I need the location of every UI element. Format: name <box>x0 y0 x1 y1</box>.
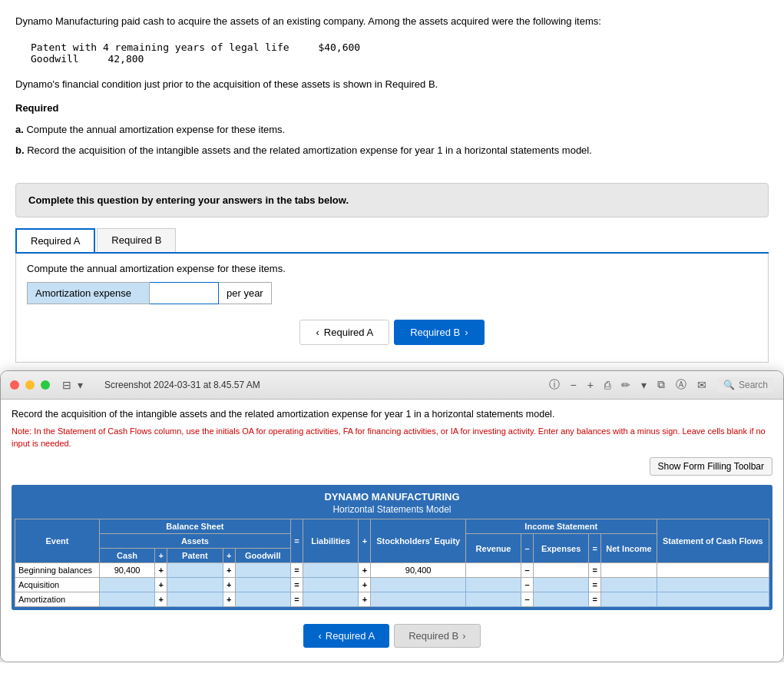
expenses-header: Expenses <box>533 534 588 563</box>
row-1-expenses-input[interactable] <box>538 580 584 589</box>
row-2-eq: = <box>290 592 303 607</box>
row-1-goodwill-input[interactable] <box>240 580 286 589</box>
row-2-liabilities[interactable] <box>303 592 359 607</box>
row-1-patent-input[interactable] <box>172 580 218 589</box>
tab-nav-buttons: ‹ Required A Required B › <box>27 320 757 345</box>
row-1-stockholders-equity[interactable] <box>371 578 465 592</box>
mac-minimize-button[interactable] <box>25 380 35 390</box>
row-1-liabilities-input[interactable] <box>308 580 354 589</box>
row-2-stockholders-equity[interactable] <box>371 592 465 607</box>
tab-a-content: Compute the annual amortization expense … <box>15 254 769 363</box>
required-heading: Required <box>15 101 769 116</box>
table-row: Acquisition + + = + – = <box>15 578 769 592</box>
row-2-patent[interactable] <box>167 592 223 607</box>
next-required-b-button[interactable]: Required B › <box>394 320 484 345</box>
row-2-net-income[interactable] <box>601 592 657 607</box>
row-0-patent[interactable] <box>167 563 223 578</box>
mac-titlebar: ⊟ ▾ Screenshot 2024-03-31 at 8.45.57 AM … <box>1 371 783 400</box>
item-1-value: $40,600 <box>318 41 360 53</box>
per-year-label: per year <box>219 282 272 304</box>
top-section: Dynamo Manufacturing paid cash to acquir… <box>0 0 784 172</box>
row-0-plus3: + <box>359 563 371 578</box>
bottom-prev-button[interactable]: ‹ Required A <box>303 624 389 648</box>
zoom-out-icon[interactable]: − <box>571 379 577 391</box>
row-0-liabilities[interactable] <box>303 563 359 578</box>
row-1-expenses[interactable] <box>533 578 588 592</box>
zoom-in-icon[interactable]: + <box>587 379 594 391</box>
pencil-icon[interactable]: ✏ <box>621 379 630 391</box>
row-1-eq: = <box>290 578 303 592</box>
prev-required-a-button[interactable]: ‹ Required A <box>299 320 389 345</box>
plus1-header: + <box>155 549 167 563</box>
row-0-goodwill[interactable] <box>235 563 290 578</box>
row-2-goodwill-input[interactable] <box>240 595 286 604</box>
stockholders-equity-header: Stockholders' Equity <box>371 519 465 563</box>
row-1-revenue-input[interactable] <box>471 580 517 589</box>
req-a-text: Compute the annual amortization expense … <box>26 124 285 135</box>
row-1-cf-input[interactable] <box>690 580 736 589</box>
item-2-label: Goodwill <box>31 53 79 65</box>
edit-icon[interactable]: ✉ <box>697 379 706 391</box>
window-layout-icon: ⊟ <box>62 379 71 391</box>
row-1-revenue[interactable] <box>465 578 521 592</box>
event-col-header: Event <box>15 519 100 563</box>
req-b-marker: b. <box>15 144 25 156</box>
row-0-minus: – <box>521 563 534 578</box>
row-1-net-income[interactable] <box>601 578 657 592</box>
row-2-cash[interactable] <box>99 592 154 607</box>
show-toolbar-button[interactable]: Show Form Filling Toolbar <box>650 457 773 476</box>
req-b-label: b. Record the acquisition of the intangi… <box>15 143 769 158</box>
bottom-nav: ‹ Required A Required B › <box>12 618 772 654</box>
row-1-goodwill[interactable] <box>235 578 290 592</box>
row-2-revenue[interactable] <box>465 592 521 607</box>
row-0-goodwill-input[interactable] <box>240 566 286 575</box>
row-1-patent[interactable] <box>167 578 223 592</box>
mac-search-bar[interactable]: 🔍 Search <box>717 377 774 393</box>
row-2-goodwill[interactable] <box>235 592 290 607</box>
amort-label: Amortization expense <box>27 282 150 304</box>
info-icon[interactable]: ⓘ <box>549 378 560 392</box>
tab-required-b[interactable]: Required B <box>97 228 176 252</box>
hsm-title: Horizontal Statements Model <box>15 504 769 519</box>
row-2-patent-input[interactable] <box>172 595 218 604</box>
mac-close-button[interactable] <box>10 380 19 390</box>
row-0-revenue <box>465 563 521 578</box>
row-2-cf-input[interactable] <box>690 595 736 604</box>
share-icon[interactable]: ⎙ <box>604 379 610 391</box>
tab-required-a[interactable]: Required A <box>15 228 95 252</box>
amortization-row: Amortization expense per year <box>27 282 757 304</box>
new-window-icon[interactable]: ⧉ <box>657 378 665 391</box>
tabs-container: Required A Required B Compute the annual… <box>15 228 769 363</box>
row-0-plus1: + <box>155 563 167 578</box>
revenue-header: Revenue <box>465 534 521 563</box>
row-2-cash-flows[interactable] <box>657 592 769 607</box>
row-1-cash-input[interactable] <box>104 580 151 589</box>
markup-dropdown-icon[interactable]: ▾ <box>641 379 647 391</box>
row-1-cash-flows[interactable] <box>657 578 769 592</box>
row-1-se-input[interactable] <box>395 580 442 589</box>
plus2-header: + <box>223 549 235 563</box>
window-dropdown-icon[interactable]: ▾ <box>78 379 83 391</box>
show-toolbar-label: Show Form Filling Toolbar <box>658 461 765 472</box>
patent-header: Patent <box>167 549 223 563</box>
row-2-revenue-input[interactable] <box>471 595 517 604</box>
row-1-ni-input[interactable] <box>606 580 652 589</box>
bottom-next-button[interactable]: Required B › <box>394 624 480 648</box>
row-2-label: Amortization <box>15 592 100 607</box>
row-1-cash[interactable] <box>99 578 154 592</box>
row-2-cash-input[interactable] <box>104 595 151 604</box>
row-2-expenses[interactable] <box>533 592 588 607</box>
row-2-expenses-input[interactable] <box>538 595 584 604</box>
row-1-liabilities[interactable] <box>303 578 359 592</box>
accessibility-icon[interactable]: Ⓐ <box>676 378 686 392</box>
row-1-label: Acquisition <box>15 578 100 592</box>
search-icon: 🔍 <box>723 380 735 390</box>
row-0-patent-input[interactable] <box>172 566 218 575</box>
row-0-liabilities-input[interactable] <box>308 566 354 575</box>
row-2-ni-input[interactable] <box>606 595 652 604</box>
followup-text: Dynamo's financial condition just prior … <box>15 77 769 92</box>
mac-maximize-button[interactable] <box>41 380 50 390</box>
row-2-liabilities-input[interactable] <box>308 595 354 604</box>
amort-expense-input[interactable] <box>156 287 217 299</box>
row-2-se-input[interactable] <box>395 595 442 604</box>
